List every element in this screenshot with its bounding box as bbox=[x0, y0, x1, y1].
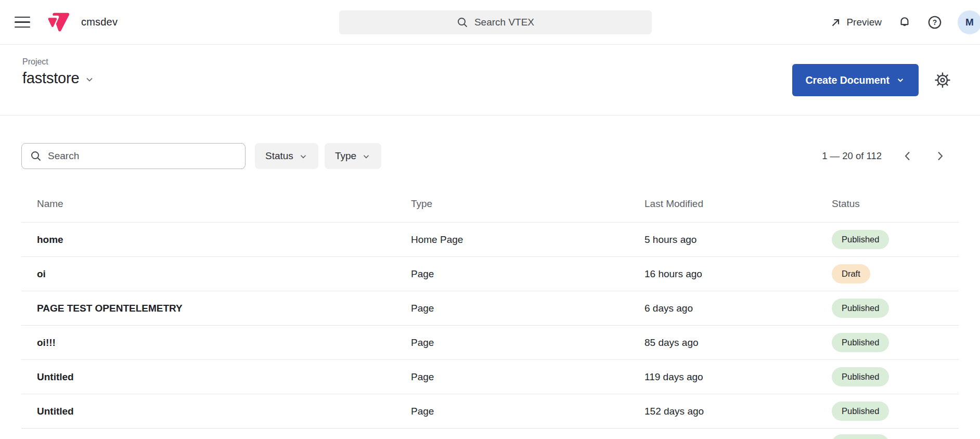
pagination-count: 1 — 20 of 112 bbox=[822, 150, 882, 162]
search-input[interactable] bbox=[48, 150, 237, 162]
status-badge: Published bbox=[832, 333, 889, 352]
type-filter-label: Type bbox=[335, 150, 356, 162]
topbar-right: Preview ? M bbox=[830, 0, 980, 45]
preview-label: Preview bbox=[846, 17, 882, 28]
filter-row: Status Type 1 — 20 of 112 bbox=[21, 143, 959, 169]
status-filter-label: Status bbox=[265, 150, 293, 162]
document-type: Page bbox=[411, 337, 644, 348]
menu-button[interactable] bbox=[14, 15, 31, 30]
table-row-partial[interactable]: Published bbox=[21, 428, 959, 439]
next-page-button[interactable] bbox=[934, 150, 946, 162]
column-header-type: Type bbox=[411, 198, 644, 210]
status-badge: Published bbox=[832, 299, 889, 318]
settings-button[interactable] bbox=[932, 70, 953, 91]
preview-button[interactable]: Preview bbox=[830, 17, 882, 28]
chevron-right-icon bbox=[934, 150, 946, 162]
table-row[interactable]: Untitled Page 119 days ago Published bbox=[21, 359, 959, 394]
table-row[interactable]: home Home Page 5 hours ago Published bbox=[21, 222, 959, 256]
pagination: 1 — 20 of 112 bbox=[822, 143, 946, 169]
document-name: PAGE TEST OPENTELEMETRY bbox=[37, 303, 411, 314]
table-row[interactable]: Untitled Page 152 days ago Published bbox=[21, 394, 959, 428]
notifications-button[interactable] bbox=[897, 15, 912, 30]
table-row[interactable]: oi Page 16 hours ago Draft bbox=[21, 256, 959, 291]
table-row[interactable]: PAGE TEST OPENTELEMETRY Page 6 days ago … bbox=[21, 291, 959, 325]
bell-icon bbox=[897, 15, 912, 30]
document-name: Untitled bbox=[37, 371, 411, 383]
document-type: Page bbox=[411, 371, 644, 383]
project-label: Project bbox=[22, 57, 95, 67]
column-header-name: Name bbox=[37, 198, 411, 210]
global-search-label: Search VTEX bbox=[474, 17, 534, 28]
chevron-down-icon bbox=[896, 75, 905, 85]
document-name: oi!!! bbox=[37, 337, 411, 348]
type-filter-button[interactable]: Type bbox=[325, 143, 381, 169]
project-switcher[interactable]: faststore bbox=[22, 70, 95, 87]
avatar-initial: M bbox=[965, 17, 974, 28]
column-header-last-modified: Last Modified bbox=[644, 198, 832, 210]
search-icon bbox=[457, 17, 468, 28]
document-modified: 152 days ago bbox=[644, 406, 832, 417]
document-type: Home Page bbox=[411, 234, 644, 246]
create-document-label: Create Document bbox=[806, 74, 889, 86]
chevron-down-icon bbox=[84, 74, 95, 85]
status-badge: Published bbox=[832, 367, 889, 386]
project-header: Project faststore Create Document bbox=[0, 45, 980, 115]
chevron-down-icon bbox=[362, 152, 371, 161]
table-row[interactable]: oi!!! Page 85 days ago Published bbox=[21, 325, 959, 359]
svg-text:?: ? bbox=[933, 18, 937, 27]
question-circle-icon: ? bbox=[927, 15, 942, 30]
project-info: Project faststore bbox=[22, 57, 95, 87]
vtex-logo-icon[interactable] bbox=[46, 10, 70, 34]
status-badge: Draft bbox=[832, 264, 870, 283]
topbar-left: cmsdev bbox=[0, 10, 118, 34]
document-modified: 85 days ago bbox=[644, 337, 832, 348]
document-modified: 119 days ago bbox=[644, 371, 832, 383]
search-icon bbox=[30, 150, 42, 162]
documents-panel: Status Type 1 — 20 of 112 Name Type bbox=[0, 143, 980, 439]
topbar: cmsdev Search VTEX Preview bbox=[0, 0, 980, 45]
document-type: Page bbox=[411, 406, 644, 417]
document-name: Untitled bbox=[37, 406, 411, 417]
column-header-status: Status bbox=[832, 198, 959, 210]
document-modified: 6 days ago bbox=[644, 303, 832, 314]
project-name: faststore bbox=[22, 70, 79, 87]
chevron-down-icon bbox=[299, 152, 308, 161]
vtex-cms-screen: cmsdev Search VTEX Preview bbox=[0, 0, 980, 439]
status-filter-button[interactable]: Status bbox=[255, 143, 318, 169]
avatar[interactable]: M bbox=[958, 10, 980, 34]
previous-page-button[interactable] bbox=[901, 150, 914, 162]
documents-table: Name Type Last Modified Status home Home… bbox=[21, 186, 959, 439]
document-type: Page bbox=[411, 268, 644, 280]
document-modified: 16 hours ago bbox=[644, 268, 832, 280]
table-header: Name Type Last Modified Status bbox=[21, 186, 959, 222]
status-badge: Published bbox=[832, 230, 889, 249]
document-modified: 5 hours ago bbox=[644, 234, 832, 246]
help-button[interactable]: ? bbox=[927, 15, 942, 30]
create-document-button[interactable]: Create Document bbox=[792, 64, 919, 96]
external-arrow-icon bbox=[830, 17, 841, 28]
document-name: home bbox=[37, 234, 411, 246]
document-name: oi bbox=[37, 268, 411, 280]
global-search-button[interactable]: Search VTEX bbox=[339, 10, 652, 34]
project-actions: Create Document bbox=[792, 45, 953, 115]
status-badge: Published bbox=[832, 434, 889, 439]
document-type: Page bbox=[411, 303, 644, 314]
chevron-left-icon bbox=[901, 150, 914, 162]
app-name: cmsdev bbox=[81, 16, 118, 28]
document-search-field bbox=[21, 143, 246, 169]
status-badge: Published bbox=[832, 402, 889, 421]
gear-icon bbox=[933, 71, 952, 89]
